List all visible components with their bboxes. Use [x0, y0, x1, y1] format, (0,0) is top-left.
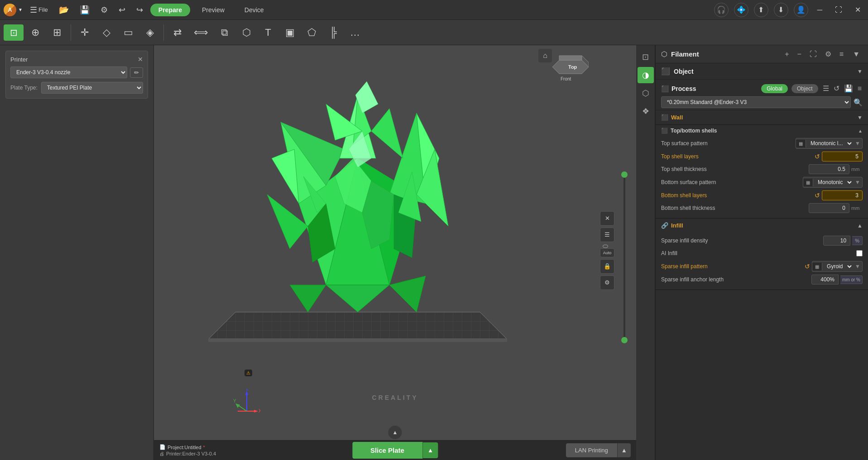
measure-button[interactable]: ▣	[280, 24, 300, 41]
sidebar-view-button[interactable]: ⊡	[638, 49, 654, 65]
cloud-button[interactable]: 💠	[734, 3, 748, 17]
auto-mini-button[interactable]: Auto	[600, 248, 614, 257]
top-shell-thickness-input[interactable]	[809, 164, 849, 174]
wall-section-header[interactable]: ⬛ Wall ▼	[656, 110, 868, 124]
preset-dropdown[interactable]: *0.20mm Standard @Ender-3 V3	[661, 96, 851, 108]
top-bottom-header[interactable]: ⬛ Top/bottom shells ▲	[656, 125, 868, 135]
layer-slider[interactable]	[621, 171, 628, 343]
open-file-button[interactable]: 📂	[55, 3, 72, 17]
download-button[interactable]: ⬇	[774, 3, 788, 17]
close-mini-button[interactable]: ✕	[600, 211, 614, 226]
process-save-button[interactable]: 💾	[843, 83, 854, 94]
top-surface-dropdown[interactable]: ▦ Monotonic l... ▼	[796, 138, 863, 149]
split-button[interactable]: ⟺	[189, 24, 213, 41]
filament-expand-button[interactable]: ⛶	[807, 49, 820, 59]
measure-icon: ▣	[285, 27, 295, 38]
prepare-nav-button[interactable]: Prepare	[150, 4, 190, 16]
bottom-surface-pattern-select[interactable]: Monotonic	[813, 177, 853, 187]
orient-button[interactable]: ▭	[118, 24, 138, 41]
printer-panel-close-button[interactable]: ✕	[138, 56, 143, 63]
bottom-shell-thickness-input[interactable]	[809, 203, 849, 213]
sparse-anchor-input[interactable]	[811, 275, 839, 285]
top-surface-pattern-select[interactable]: Monotonic l...	[806, 138, 853, 148]
top-shell-layers-reset[interactable]: ↺	[815, 153, 820, 160]
lan-printing-button[interactable]: LAN Printing	[566, 443, 617, 457]
layers-button[interactable]: ⧉	[215, 24, 235, 41]
top-surface-pattern-label: Top surface pattern	[661, 140, 796, 147]
sparse-pattern-select[interactable]: Gyroid	[822, 261, 853, 271]
arrange-button[interactable]: ⇄	[168, 24, 187, 41]
wall-section: ⬛ Wall ▼	[656, 110, 868, 125]
infill-header[interactable]: 🔗 Infill ▲	[656, 218, 868, 232]
home-view-button[interactable]: ⌂	[538, 49, 552, 62]
select-button[interactable]: ◇	[96, 24, 116, 41]
sparse-infill-density-input[interactable]	[823, 236, 850, 246]
close-button[interactable]: ✕	[851, 4, 864, 16]
bottom-shell-layers-input[interactable]	[822, 190, 863, 200]
more-tools-button[interactable]: …	[345, 24, 365, 41]
filament-more-button[interactable]: ≡	[837, 49, 846, 59]
nav-cube-container[interactable]: Top Front	[552, 49, 589, 86]
save-button[interactable]: 💾	[76, 3, 93, 17]
list-mini-button[interactable]: ☰	[600, 228, 614, 242]
redo-button[interactable]: ↪	[133, 3, 147, 17]
minimize-button[interactable]: ─	[814, 4, 826, 16]
expand-up-button[interactable]: ▲	[388, 426, 402, 439]
view-2d-button[interactable]: ⊡	[4, 24, 24, 41]
upload-button[interactable]: ⬆	[754, 3, 768, 17]
slice-options-button[interactable]: ▲	[422, 442, 438, 458]
preset-search-button[interactable]: 🔍	[854, 98, 863, 107]
headphones-button[interactable]: 🎧	[714, 3, 729, 17]
viewport[interactable]: Z X Y Top Front ⌂ 01	[154, 45, 636, 460]
settings-button[interactable]: ⚙	[97, 3, 111, 17]
settings-mini-button[interactable]: ⚙	[600, 275, 614, 290]
undo-button[interactable]: ↩	[115, 3, 129, 17]
global-tab-button[interactable]: Global	[761, 84, 788, 93]
filament-minus-button[interactable]: −	[794, 49, 804, 59]
arrange-icon: ⇄	[173, 27, 182, 38]
lock-mini-button[interactable]: 🔒	[600, 259, 614, 274]
slice-plate-button[interactable]: Slice Plate	[352, 442, 422, 459]
app-logo[interactable]: A ▼	[4, 4, 23, 16]
top-bottom-section: ⬛ Top/bottom shells ▲ Top surface patter…	[656, 125, 868, 218]
slider-top-handle[interactable]	[621, 171, 628, 178]
text-button[interactable]: T	[258, 24, 278, 41]
process-more-button[interactable]: ≡	[857, 84, 863, 94]
move-button[interactable]: ✛	[75, 24, 95, 41]
wall-icon: ⬛	[661, 114, 668, 121]
user-button[interactable]: 👤	[794, 3, 808, 17]
maximize-button[interactable]: ⛶	[831, 4, 846, 16]
download-icon: ⬇	[778, 5, 784, 14]
add-plate-button[interactable]: ⊞	[47, 24, 67, 41]
slider-bottom-handle[interactable]	[621, 337, 628, 343]
process-list-button[interactable]: ☰	[822, 83, 830, 94]
printer-dropdown[interactable]: Ender-3 V3-0.4 nozzle	[10, 66, 127, 78]
height-button[interactable]: ╠	[323, 24, 343, 41]
sidebar-slice-button[interactable]: ◑	[638, 67, 654, 83]
ai-infill-row: AI Infill	[661, 247, 863, 260]
sparse-pattern-reset[interactable]: ↺	[805, 263, 810, 270]
cut-button[interactable]: ⬠	[302, 24, 321, 41]
file-menu-button[interactable]: ☰ File	[26, 3, 52, 17]
bottom-shell-layers-reset[interactable]: ↺	[815, 192, 820, 199]
sidebar-object-button[interactable]: ⬡	[638, 85, 654, 101]
support-button[interactable]: ⬡	[236, 24, 256, 41]
plate-type-dropdown[interactable]: Textured PEI Plate	[41, 82, 143, 94]
sparse-pattern-dropdown[interactable]: ▦ Gyroid ▼	[812, 261, 863, 272]
filament-add-button[interactable]: +	[782, 49, 791, 59]
device-nav-button[interactable]: Device	[236, 4, 272, 16]
printer-edit-button[interactable]: ✏	[130, 67, 143, 78]
preview-nav-button[interactable]: Preview	[194, 4, 233, 16]
erase-button[interactable]: ◈	[140, 24, 160, 41]
lan-options-button[interactable]: ▲	[617, 443, 631, 457]
add-object-button[interactable]: ⊕	[25, 24, 45, 41]
svg-text:Top: Top	[568, 64, 577, 70]
object-tab-button[interactable]: Object	[791, 84, 818, 93]
process-reset-button[interactable]: ↺	[833, 83, 840, 94]
sidebar-plugin-button[interactable]: ❖	[638, 103, 654, 119]
filament-collapse-button[interactable]: ▼	[850, 49, 863, 59]
ai-infill-checkbox[interactable]	[856, 250, 863, 256]
bottom-surface-dropdown[interactable]: ▦ Monotonic ▼	[803, 177, 863, 188]
filament-settings-button[interactable]: ⚙	[822, 49, 834, 59]
top-shell-layers-input[interactable]	[822, 152, 863, 161]
